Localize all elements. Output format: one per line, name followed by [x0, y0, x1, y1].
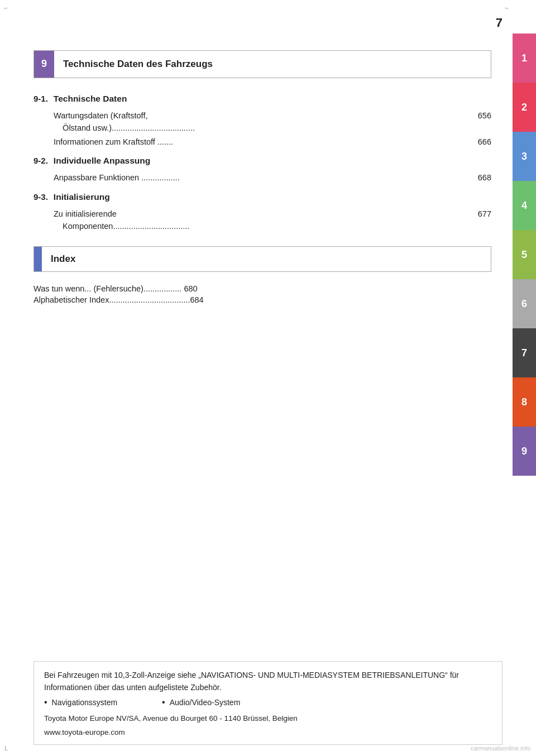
bullet-nav-label: Navigationssystem: [52, 697, 118, 709]
toc-page-anpassbare: 668: [478, 171, 491, 184]
corner-mark-bl: L: [4, 745, 8, 752]
toc-entry-anpassbare: Anpassbare Funktionen ................. …: [54, 171, 491, 184]
index-entry-fehlersuche: Was tun wenn... (Fehlersuche)...........…: [34, 284, 491, 293]
sidebar-tab-4[interactable]: 4: [513, 181, 536, 230]
tab-label-7: 7: [521, 347, 527, 359]
toc-entry-wartungsdaten: Wartungsdaten (Kraftstoff, Ölstand usw.)…: [54, 109, 491, 135]
sidebar-tab-1[interactable]: 1: [513, 34, 536, 83]
subsection-9-2-title: Individuelle Anpassung: [54, 156, 150, 166]
corner-mark-tl: ⌐: [4, 4, 8, 11]
subsection-9-1-title: Technische Daten: [54, 94, 127, 104]
bottom-info-box: Bei Fahrzeugen mit 10,3-Zoll-Anzeige sie…: [34, 661, 502, 745]
section9-header-box: 9 Technische Daten des Fahrzeugs: [34, 50, 491, 78]
toc-page-initialisierende: 677: [478, 208, 491, 220]
main-content: 9 Technische Daten des Fahrzeugs 9-1. Te…: [34, 34, 502, 722]
toc-entry-text-wartungsdaten: Wartungsdaten (Kraftstoff, Ölstand usw.)…: [54, 109, 478, 135]
index-entry-alphabetischer: Alphabetischer Index....................…: [34, 295, 491, 304]
bullet-audio: • Audio/Video-System: [162, 696, 240, 710]
index-entry-text-alphabetischer: Alphabetischer Index....................…: [34, 295, 204, 304]
toc-page-informationen: 666: [478, 136, 491, 148]
tab-label-6: 6: [521, 298, 527, 310]
toc-entry-text-initialisierende: Zu initialisierende Komponenten.........…: [54, 208, 478, 233]
sidebar-tabs: 1 2 3 4 5 6 7 8 9: [513, 34, 536, 476]
bullet-audio-label: Audio/Video-System: [170, 697, 241, 709]
subsection-9-1-label: 9-1.: [34, 94, 48, 103]
sidebar-tab-2[interactable]: 2: [513, 83, 536, 132]
tab-label-1: 1: [521, 52, 527, 64]
bullet-dot-nav: •: [44, 696, 47, 710]
footer-line1: Toyota Motor Europe NV/SA, Avenue du Bou…: [44, 713, 492, 725]
watermark: carmanualsonline.info: [471, 745, 530, 752]
sidebar-tab-8[interactable]: 8: [513, 377, 536, 427]
bullet-dot-audio: •: [162, 696, 165, 710]
tab-label-4: 4: [521, 200, 527, 212]
subsection-9-3-label: 9-3.: [34, 192, 48, 202]
section9-number-badge: 9: [34, 51, 54, 78]
subsection-9-1-row: 9-1. Technische Daten: [34, 94, 491, 107]
footer-line2: www.toyota-europe.com: [44, 727, 492, 739]
sidebar-tab-9[interactable]: 9: [513, 427, 536, 476]
bullet-row: • Navigationssystem • Audio/Video-System: [44, 696, 492, 710]
index-header-box: Index: [34, 246, 491, 272]
toc-entry-text-informationen: Informationen zum Kraftstoff .......: [54, 136, 478, 148]
subsection-9-2-label: 9-2.: [34, 156, 48, 165]
index-color-bar: [34, 247, 42, 271]
bottom-info-text: Bei Fahrzeugen mit 10,3-Zoll-Anzeige sie…: [44, 669, 492, 693]
toc-entry-informationen: Informationen zum Kraftstoff ....... 666: [54, 136, 491, 148]
page-number: 7: [496, 16, 502, 30]
tab-label-2: 2: [521, 102, 527, 113]
sidebar-tab-6[interactable]: 6: [513, 279, 536, 328]
tab-label-9: 9: [521, 446, 527, 457]
tab-label-3: 3: [521, 151, 527, 162]
section9-number: 9: [41, 58, 47, 70]
section9-title: Technische Daten des Fahrzeugs: [54, 51, 222, 78]
tab-label-5: 5: [521, 249, 527, 261]
page-container: ⌐ ¬ L 7 1 2 3 4 5 6 7 8 9: [0, 0, 536, 756]
corner-mark-tr: ¬: [505, 4, 508, 11]
index-entry-text-fehlersuche: Was tun wenn... (Fehlersuche)...........…: [34, 284, 198, 293]
bullet-navigation: • Navigationssystem: [44, 696, 117, 710]
sidebar-tab-5[interactable]: 5: [513, 230, 536, 279]
toc-entry-text-anpassbare: Anpassbare Funktionen .................: [54, 171, 478, 184]
index-title: Index: [42, 247, 84, 271]
sidebar-tab-7[interactable]: 7: [513, 328, 536, 377]
toc-page-wartungsdaten: 656: [478, 109, 491, 122]
subsection-9-3-title: Initialisierung: [54, 192, 110, 202]
tab-label-8: 8: [521, 396, 527, 408]
toc-entry-initialisierende: Zu initialisierende Komponenten.........…: [54, 208, 491, 233]
sidebar-tab-3[interactable]: 3: [513, 132, 536, 181]
subsection-9-3-row: 9-3. Initialisierung: [34, 192, 491, 205]
subsection-9-2-row: 9-2. Individuelle Anpassung: [34, 156, 491, 169]
